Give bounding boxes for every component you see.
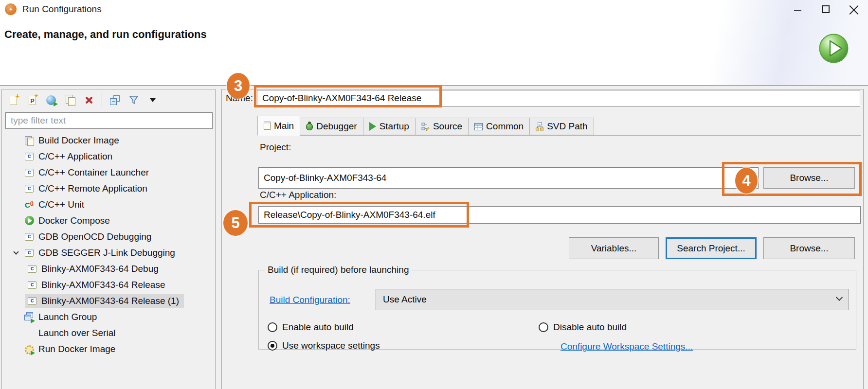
tree-item-cpp-remote-application[interactable]: C/C++ Remote Application — [2, 180, 215, 196]
application-input[interactable] — [258, 206, 861, 224]
window-title: Run Configurations — [22, 4, 102, 15]
callout-step-4: 4 — [735, 168, 758, 194]
variables-button[interactable]: Variables... — [569, 237, 659, 259]
new-prototype-icon[interactable] — [26, 94, 38, 106]
application-label: C/C++ Application: — [260, 190, 336, 200]
build-group-legend: Build (if required) before launching — [265, 265, 412, 275]
tree-item-launch-group[interactable]: Launch Group — [2, 309, 215, 325]
build-configuration-value: Use Active — [383, 294, 427, 305]
use-workspace-settings-radio[interactable]: Use workspace settings — [268, 340, 380, 351]
tree-item-label: Run Docker Image — [38, 344, 115, 354]
tree-item-blinky-debug[interactable]: Blinky-AXM0F343-64 Debug — [2, 261, 215, 277]
config-detail-panel: Name: Main Debugger Startup Source Commo… — [221, 89, 864, 389]
tree-item-label: Blinky-AXM0F343-64 Debug — [41, 264, 159, 274]
hierarchy-icon — [536, 122, 543, 131]
docker-run-icon — [24, 344, 34, 354]
launch-config-tree: Build Docker Image C/C++ Application C/C… — [2, 132, 215, 389]
configure-workspace-settings-link[interactable]: Configure Workspace Settings... — [561, 341, 693, 352]
build-configuration-link[interactable]: Build Configuration: — [270, 295, 350, 305]
tab-startup[interactable]: Startup — [363, 118, 416, 135]
enable-auto-build-radio[interactable]: Enable auto build — [268, 322, 354, 333]
close-button[interactable] — [840, 0, 868, 18]
c-app-icon — [24, 232, 34, 242]
tree-item-label: GDB OpenOCD Debugging — [38, 231, 151, 242]
tab-label: SVD Path — [547, 121, 587, 132]
tree-item-label: Launch over Serial — [38, 328, 115, 338]
build-before-launch-group: Build (if required) before launching Bui… — [258, 265, 856, 350]
tree-item-label: C/C++ Container Launcher — [38, 167, 149, 178]
chevron-down-icon — [836, 294, 843, 301]
new-config-icon[interactable] — [7, 94, 19, 106]
dialog-header: Run Configurations Create, manage, and r… — [0, 0, 868, 86]
tree-item-run-docker-image[interactable]: Run Docker Image — [2, 341, 215, 357]
launch-group-icon — [24, 312, 34, 322]
tree-item-label: Launch Group — [38, 312, 97, 322]
delete-config-icon[interactable] — [83, 94, 95, 106]
radio-icon — [268, 322, 277, 332]
tab-debugger[interactable]: Debugger — [300, 118, 363, 135]
tab-label: Startup — [380, 121, 409, 132]
maximize-icon — [822, 5, 830, 13]
source-tree-icon — [421, 123, 430, 131]
duplicate-config-icon[interactable] — [64, 94, 76, 106]
radio-label: Use workspace settings — [282, 340, 380, 351]
toolbar-separator — [102, 94, 102, 106]
filter-input[interactable] — [5, 112, 213, 129]
minimize-button[interactable] — [783, 0, 812, 18]
tree-item-blinky-release[interactable]: Blinky-AXM0F343-64 Release — [2, 277, 215, 293]
page-title: Create, manage, and run configurations — [4, 28, 207, 41]
c-app-icon — [27, 264, 37, 274]
callout-step-3: 3 — [227, 73, 250, 99]
maximize-button[interactable] — [812, 0, 840, 18]
tree-item-build-docker-image[interactable]: Build Docker Image — [2, 132, 215, 148]
tree-item-blinky-release-1[interactable]: Blinky-AXM0F343-64 Release (1) — [2, 293, 215, 309]
tab-bar: Main Debugger Startup Source Common SVD … — [257, 116, 861, 136]
tree-item-gdb-openocd[interactable]: GDB OpenOCD Debugging — [2, 229, 215, 245]
radio-label: Disable auto build — [553, 322, 627, 333]
docker-compose-icon — [24, 216, 34, 226]
sidebar-toolbar: − — [2, 89, 215, 111]
tab-label: Main — [274, 121, 294, 131]
application-browse-button[interactable]: Browse... — [763, 237, 855, 259]
tab-svd-path[interactable]: SVD Path — [530, 118, 594, 135]
tree-item-cpp-application[interactable]: C/C++ Application — [2, 148, 215, 164]
project-input[interactable] — [258, 167, 759, 189]
tree-item-gdb-segger-jlink[interactable]: GDB SEGGER J-Link Debugging — [2, 245, 215, 261]
c-app-icon — [27, 296, 37, 306]
run-button[interactable] — [818, 33, 849, 64]
name-input[interactable] — [257, 90, 860, 106]
project-browse-button[interactable]: Browse... — [763, 167, 855, 189]
collapse-all-icon[interactable]: − — [108, 94, 121, 106]
export-config-icon[interactable] — [45, 94, 57, 106]
filter-icon[interactable] — [127, 94, 140, 106]
tree-item-label: Build Docker Image — [38, 135, 119, 146]
tree-item-launch-over-serial[interactable]: Launch over Serial — [2, 325, 215, 341]
titlebar: Run Configurations — [0, 0, 868, 18]
menu-dropdown-icon[interactable] — [146, 94, 159, 106]
tree-item-label: C/C++ Unit — [38, 199, 84, 210]
expander-chevron-icon[interactable] — [10, 252, 22, 254]
run-configurations-app-icon — [5, 3, 17, 15]
tab-common[interactable]: Common — [469, 118, 530, 135]
disable-auto-build-radio[interactable]: Disable auto build — [539, 322, 627, 333]
close-icon — [849, 4, 859, 14]
bug-icon — [306, 123, 313, 130]
build-configuration-select[interactable]: Use Active — [376, 289, 849, 310]
tree-item-cpp-unit[interactable]: C/C++ Unit — [2, 196, 215, 212]
tab-main[interactable]: Main — [257, 116, 300, 136]
search-project-button[interactable]: Search Project... — [666, 237, 757, 259]
docker-image-icon — [24, 136, 34, 145]
tree-item-cpp-container-launcher[interactable]: C/C++ Container Launcher — [2, 164, 215, 180]
run-icon — [818, 33, 849, 64]
tree-item-label: C/C++ Application — [38, 151, 112, 162]
project-label: Project: — [260, 142, 291, 153]
launch-config-sidebar: − Build Docker Image C/C++ Application C… — [1, 89, 216, 389]
c-app-icon — [24, 184, 34, 194]
table-icon — [474, 123, 483, 130]
minimize-icon — [794, 10, 801, 11]
radio-selected-icon — [268, 341, 277, 351]
radio-label: Enable auto build — [282, 322, 354, 333]
tree-item-docker-compose[interactable]: Docker Compose — [2, 212, 215, 229]
tab-source[interactable]: Source — [416, 118, 469, 135]
c-app-icon — [24, 248, 34, 258]
